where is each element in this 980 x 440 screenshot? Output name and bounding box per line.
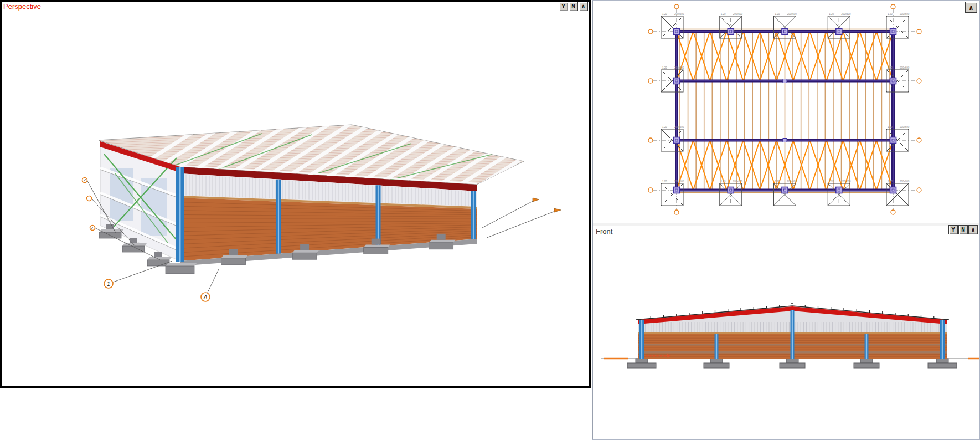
svg-text:200x600: 200x600	[674, 66, 684, 69]
svg-text:1.20: 1.20	[662, 66, 667, 69]
svg-text:200x600: 200x600	[900, 180, 910, 183]
right-panel-group: ∧ 1.20200x6001.20200x6001.20200x6001.202…	[592, 0, 980, 440]
svg-text:A: A	[203, 294, 208, 300]
svg-text:1.20: 1.20	[721, 13, 726, 16]
perspective-button-up[interactable]: ∧	[579, 2, 588, 11]
front-button-up[interactable]: ∧	[968, 225, 978, 234]
front-button-n[interactable]: N	[958, 225, 968, 234]
svg-text:200x600: 200x600	[674, 13, 684, 16]
svg-text:200x600: 200x600	[841, 180, 851, 183]
viewport-perspective[interactable]: Perspective YN∧ 1A	[0, 0, 591, 388]
svg-text:1.20: 1.20	[662, 13, 667, 16]
svg-text:200x600: 200x600	[900, 13, 910, 16]
viewport-plan[interactable]: ∧ 1.20200x6001.20200x6001.20200x6001.202…	[593, 1, 979, 223]
svg-text:1.20: 1.20	[829, 180, 834, 183]
svg-text:1: 1	[107, 281, 110, 287]
svg-text:200x600: 200x600	[841, 13, 851, 16]
perspective-button-y[interactable]: Y	[559, 2, 568, 11]
plan-button-up[interactable]: ∧	[965, 2, 977, 13]
perspective-button-n[interactable]: N	[569, 2, 578, 11]
svg-text:1.20: 1.20	[888, 66, 893, 69]
svg-text:1.20: 1.20	[775, 180, 780, 183]
svg-text:1.20: 1.20	[721, 180, 726, 183]
svg-text:200x600: 200x600	[900, 126, 910, 129]
svg-text:200x600: 200x600	[787, 13, 797, 16]
perspective-3d-canvas[interactable]: 1A	[2, 2, 589, 386]
front-view-buttons: YN∧	[948, 225, 978, 234]
front-2d-canvas[interactable]	[593, 226, 979, 438]
svg-text:1.20: 1.20	[662, 126, 667, 129]
svg-text:1.20: 1.20	[662, 180, 667, 183]
cad-app-window: Perspective YN∧ 1A ∧ 1.20200x6001.20200x…	[0, 0, 980, 440]
viewport-perspective-title: Perspective	[3, 2, 41, 11]
svg-text:1.20: 1.20	[775, 13, 780, 16]
plan-2d-canvas[interactable]: 1.20200x6001.20200x6001.20200x6001.20200…	[593, 1, 979, 223]
viewport-front-title: Front	[596, 227, 612, 236]
svg-text:1.20: 1.20	[829, 13, 834, 16]
svg-text:200x600: 200x600	[787, 180, 797, 183]
svg-text:1.20: 1.20	[888, 13, 893, 16]
svg-text:1.20: 1.20	[888, 126, 893, 129]
viewport-front[interactable]: Front YN∧	[593, 226, 979, 438]
front-button-y[interactable]: Y	[948, 225, 958, 234]
svg-text:200x600: 200x600	[674, 126, 684, 129]
svg-text:200x600: 200x600	[900, 66, 910, 69]
svg-text:1.20: 1.20	[888, 180, 893, 183]
perspective-view-buttons: YN∧	[559, 2, 588, 11]
svg-text:200x600: 200x600	[733, 180, 743, 183]
plan-view-buttons: ∧	[965, 2, 977, 13]
svg-text:200x600: 200x600	[674, 180, 684, 183]
svg-text:200x600: 200x600	[733, 13, 743, 16]
